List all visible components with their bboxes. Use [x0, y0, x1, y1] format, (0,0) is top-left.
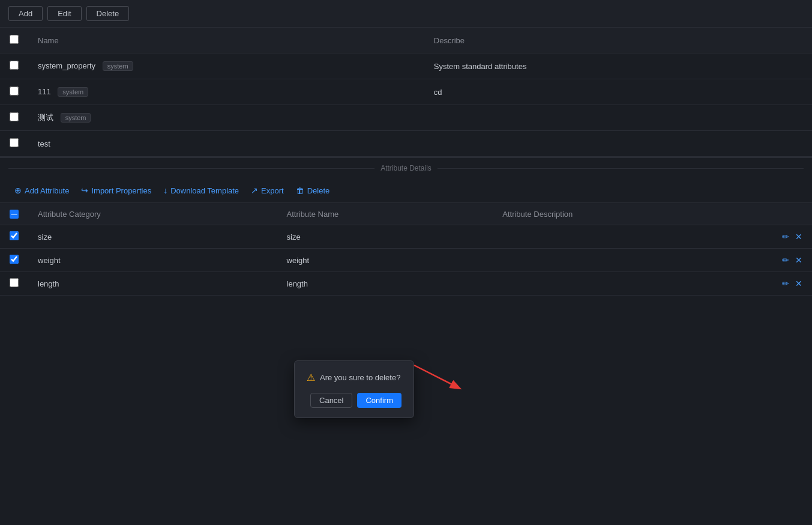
dialog-question: ⚠ Are you sure to delete? — [307, 372, 401, 383]
warning-icon: ⚠ — [307, 372, 315, 383]
dialog-actions: Cancel Confirm — [307, 393, 401, 408]
dialog-question-text: Are you sure to delete? — [320, 373, 400, 382]
confirm-button[interactable]: Confirm — [357, 393, 401, 408]
dialog-overlay: ⚠ Are you sure to delete? Cancel Confirm — [0, 0, 812, 525]
confirm-dialog: ⚠ Are you sure to delete? Cancel Confirm — [294, 360, 414, 418]
cancel-button[interactable]: Cancel — [310, 393, 352, 408]
